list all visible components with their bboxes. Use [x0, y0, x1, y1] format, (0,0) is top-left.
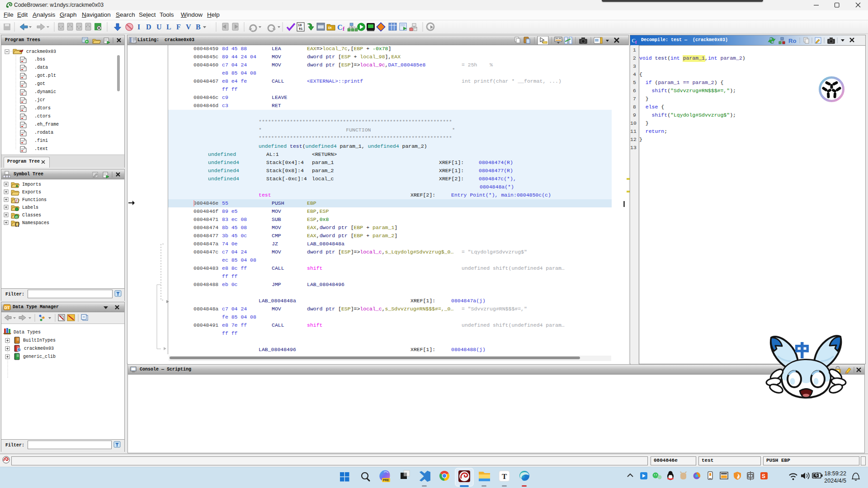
svg-text:{}: {}: [14, 222, 19, 227]
svg-text:D: D: [146, 23, 151, 31]
svg-text:S: S: [762, 473, 765, 479]
svg-text:T: T: [502, 472, 507, 481]
svg-text:I: I: [137, 23, 140, 31]
svg-text:V: V: [186, 23, 191, 31]
svg-text:L: L: [166, 23, 171, 31]
svg-text:F: F: [176, 23, 181, 31]
svg-text:Ro: Ro: [788, 38, 796, 44]
svg-text:18:59:22: 18:59:22: [824, 470, 846, 477]
svg-text:01: 01: [299, 27, 302, 31]
svg-text:C: C: [337, 23, 343, 31]
svg-text:10: 10: [298, 23, 302, 27]
svg-text:B: B: [196, 23, 201, 31]
svg-text:f: f: [343, 26, 345, 32]
svg-text:Dt: Dt: [328, 26, 332, 29]
svg-text:C: C: [15, 215, 18, 219]
svg-text:DT: DT: [5, 305, 10, 310]
svg-text:U: U: [156, 23, 162, 31]
svg-text:PRE: PRE: [383, 479, 389, 482]
svg-text:f: f: [635, 40, 637, 44]
svg-text:2024/4/5: 2024/4/5: [824, 478, 846, 484]
